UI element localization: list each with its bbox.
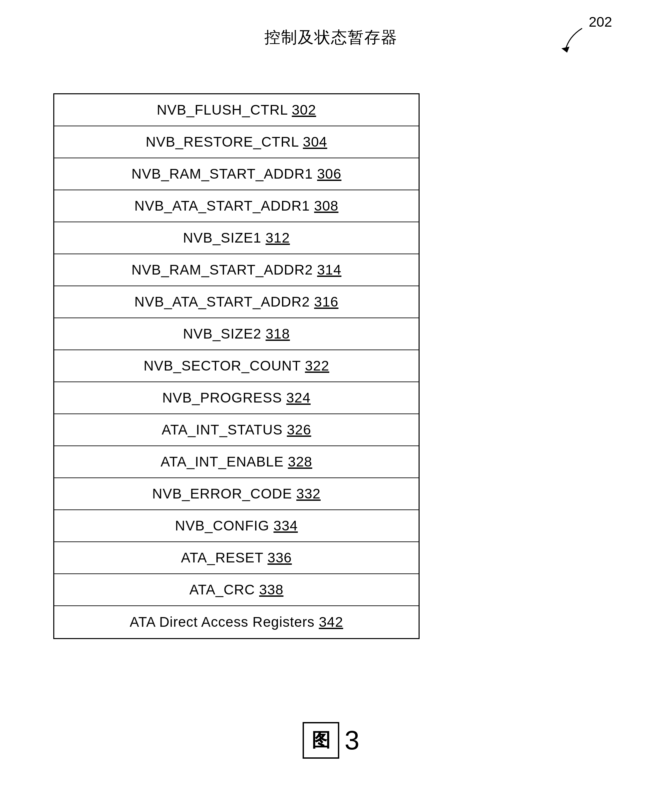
- register-number: 316: [314, 294, 338, 309]
- register-label: ATA Direct Access Registers 342: [130, 614, 343, 630]
- register-label: NVB_SIZE2 318: [183, 326, 290, 342]
- register-name: ATA_INT_STATUS: [162, 422, 287, 438]
- register-name: NVB_ATA_START_ADDR2: [135, 294, 314, 309]
- figure-label: 图 3: [303, 722, 360, 759]
- register-name: NVB_PROGRESS: [162, 390, 286, 406]
- register-label: NVB_RAM_START_ADDR1 306: [132, 166, 342, 182]
- figure-number: 3: [345, 725, 360, 756]
- register-number: 304: [303, 134, 327, 150]
- figure-icon-text: 图: [312, 728, 330, 753]
- register-number: 328: [288, 454, 312, 469]
- table-row: ATA_INT_ENABLE 328: [54, 446, 419, 478]
- table-row: NVB_SECTOR_COUNT 322: [54, 350, 419, 382]
- table-row: NVB_ATA_START_ADDR1 308: [54, 190, 419, 222]
- register-label: NVB_RESTORE_CTRL 304: [146, 134, 327, 150]
- register-label: NVB_ATA_START_ADDR1 308: [135, 198, 339, 214]
- register-name: NVB_CONFIG: [175, 518, 274, 533]
- svg-marker-1: [561, 47, 569, 53]
- register-number: 306: [317, 166, 341, 182]
- register-label: NVB_PROGRESS 324: [162, 390, 311, 406]
- table-row: ATA_RESET 336: [54, 542, 419, 574]
- register-name: ATA_RESET: [181, 550, 268, 566]
- register-name: NVB_SECTOR_COUNT: [143, 358, 305, 374]
- register-number: 332: [296, 486, 321, 501]
- register-number: 326: [287, 422, 311, 438]
- register-number: 336: [267, 550, 292, 566]
- table-row: ATA_CRC 338: [54, 574, 419, 606]
- register-name: ATA_CRC: [190, 582, 259, 598]
- svg-text:202: 202: [589, 17, 612, 30]
- arrow-annotation: 202: [556, 17, 622, 58]
- table-row: NVB_SIZE1 312: [54, 222, 419, 254]
- register-number: 318: [266, 326, 290, 342]
- register-label: NVB_SIZE1 312: [183, 230, 290, 246]
- register-label: ATA_INT_ENABLE 328: [161, 454, 312, 470]
- table-row: NVB_SIZE2 318: [54, 318, 419, 350]
- register-name: NVB_RAM_START_ADDR2: [132, 262, 317, 277]
- table-row: NVB_FLUSH_CTRL 302: [54, 94, 419, 126]
- register-label: NVB_SECTOR_COUNT 322: [143, 358, 329, 374]
- register-number: 334: [273, 518, 298, 533]
- register-label: NVB_ATA_START_ADDR2 316: [135, 294, 339, 310]
- table-row: ATA Direct Access Registers 342: [54, 606, 419, 638]
- register-number: 342: [319, 614, 343, 630]
- table-row: NVB_RAM_START_ADDR2 314: [54, 254, 419, 286]
- register-name: NVB_SIZE1: [183, 230, 265, 246]
- register-name: NVB_FLUSH_CTRL: [157, 102, 292, 118]
- register-label: NVB_FLUSH_CTRL 302: [157, 102, 317, 118]
- table-row: NVB_RESTORE_CTRL 304: [54, 126, 419, 158]
- register-number: 312: [266, 230, 290, 246]
- table-row: NVB_PROGRESS 324: [54, 382, 419, 414]
- register-label: NVB_ERROR_CODE 332: [152, 486, 321, 502]
- register-number: 338: [259, 582, 283, 598]
- page-container: 控制及状态暂存器 202 NVB_FLUSH_CTRL 302NVB_RESTO…: [0, 0, 662, 812]
- table-row: ATA_INT_STATUS 326: [54, 414, 419, 446]
- register-number: 324: [286, 390, 311, 406]
- register-label: ATA_INT_STATUS 326: [162, 422, 311, 438]
- register-name: NVB_ERROR_CODE: [152, 486, 296, 501]
- register-number: 314: [317, 262, 341, 277]
- register-label: ATA_RESET 336: [181, 550, 292, 566]
- figure-icon-box: 图: [303, 722, 339, 759]
- table-row: NVB_RAM_START_ADDR1 306: [54, 158, 419, 190]
- table-row: NVB_ATA_START_ADDR2 316: [54, 286, 419, 318]
- register-label: ATA_CRC 338: [190, 582, 284, 598]
- register-number: 302: [292, 102, 316, 118]
- table-row: NVB_CONFIG 334: [54, 510, 419, 542]
- register-name: NVB_SIZE2: [183, 326, 265, 342]
- register-name: NVB_RESTORE_CTRL: [146, 134, 303, 150]
- register-name: NVB_ATA_START_ADDR1: [135, 198, 314, 214]
- register-name: NVB_RAM_START_ADDR1: [132, 166, 317, 182]
- register-label: NVB_CONFIG 334: [175, 518, 298, 534]
- register-number: 322: [305, 358, 329, 374]
- register-label: NVB_RAM_START_ADDR2 314: [132, 262, 342, 278]
- register-name: ATA Direct Access Registers: [130, 614, 319, 630]
- table-row: NVB_ERROR_CODE 332: [54, 478, 419, 510]
- page-title: 控制及状态暂存器: [264, 27, 398, 48]
- register-number: 308: [314, 198, 338, 214]
- register-table: NVB_FLUSH_CTRL 302NVB_RESTORE_CTRL 304NV…: [53, 93, 419, 639]
- register-name: ATA_INT_ENABLE: [161, 454, 288, 469]
